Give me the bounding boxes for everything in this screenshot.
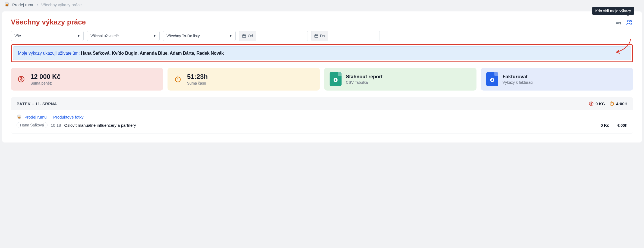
filter-todos-select[interactable]: Všechny To-Do listy ▼: [163, 31, 236, 41]
filter-scope-value: Vše: [14, 34, 21, 38]
breadcrumb-separator: ›: [37, 2, 39, 7]
svg-rect-9: [315, 35, 318, 38]
svg-line-24: [613, 102, 614, 103]
stat-money-label: Suma peněz: [30, 81, 61, 85]
svg-line-17: [180, 77, 181, 77]
filter-todos-value: Všechny To-Do listy: [166, 34, 200, 38]
svg-rect-5: [242, 35, 246, 38]
stat-download-title: Stáhnout report: [346, 74, 383, 80]
stopwatch-icon: [609, 101, 614, 106]
billing-settings-icon[interactable]: [615, 18, 622, 26]
visibility-banner-names: Hana Šafková, Kvído Bugin, Amanda Blue, …: [81, 51, 224, 55]
stat-card-money: 12 000 Kč Suma peněz: [11, 68, 163, 91]
stat-card-invoice[interactable]: Fakturovat Výkazy k fakturaci: [481, 68, 633, 91]
date-from-label: Od: [248, 34, 253, 38]
stat-time-value: 51:23h: [187, 73, 208, 80]
stopwatch-icon: [173, 74, 183, 84]
breadcrumb-project[interactable]: Prodej rumu: [12, 2, 34, 7]
main-card: Všechny výkazy práce Kdo vidí moje výkaz…: [2, 11, 642, 142]
header-actions: Kdo vidí moje výkazy: [615, 18, 633, 26]
entry-user-chip[interactable]: Hana Šafková: [17, 122, 48, 128]
visibility-banner-link[interactable]: Moje výkazy ukazuji uživatelům:: [18, 51, 80, 55]
day-money: 0 Kč: [595, 101, 605, 106]
file-download-icon: [330, 72, 342, 86]
stat-card-download[interactable]: Stáhnout report CSV Tabulka: [324, 68, 476, 91]
svg-point-4: [630, 20, 632, 22]
day-section: Pátek – 11. srpna 0 Kč: [11, 97, 633, 134]
caret-down-icon: ▼: [229, 34, 232, 38]
calendar-icon: [314, 34, 318, 38]
date-to-prefix: Do: [311, 31, 328, 41]
entry-money: 0 Kč: [601, 123, 609, 128]
filter-scope-select[interactable]: Vše ▼: [11, 31, 84, 41]
svg-point-14: [175, 77, 181, 82]
breadcrumb-current: Všechny výkazy práce: [41, 2, 82, 7]
date-to-label: Do: [320, 34, 325, 38]
caret-down-icon: ▼: [77, 34, 80, 38]
stat-time-label: Suma času: [187, 81, 208, 85]
caret-down-icon: ▼: [153, 34, 156, 38]
entry-description: Oslovit manuálně influencery a partnery: [64, 123, 598, 128]
tooltip-who-sees: Kdo vidí moje výkazy: [592, 7, 634, 15]
svg-point-3: [627, 20, 629, 22]
breadcrumb: 🥃 Prodej rumu › Všechny výkazy práce: [0, 0, 644, 9]
stat-invoice-subtitle: Výkazy k fakturaci: [503, 80, 533, 85]
visibility-banner: Moje výkazy ukazuji uživatelům: Hana Šaf…: [13, 46, 631, 60]
stat-invoice-title: Fakturovat: [503, 74, 533, 80]
stats-row: 12 000 Kč Suma peněz 51:23h Suma času: [11, 68, 633, 91]
page-title: Všechny výkazy práce: [11, 18, 86, 26]
entry-project-emoji: 🥃: [17, 114, 22, 119]
time-entry: 🥃 Prodej rumu · Produktové fotky Hana Ša…: [11, 110, 633, 134]
date-to-input[interactable]: [328, 31, 380, 41]
money-icon: [16, 74, 26, 84]
stat-download-subtitle: CSV Tabulka: [346, 80, 383, 85]
stat-money-value: 12 000 Kč: [30, 73, 61, 80]
day-time: 4:00h: [616, 101, 627, 106]
who-sees-reports-icon[interactable]: [626, 18, 633, 26]
day-header: Pátek – 11. srpna 0 Kč: [11, 97, 633, 110]
highlight-annotation: Moje výkazy ukazuji uživatelům: Hana Šaf…: [11, 44, 633, 62]
calendar-icon: [242, 34, 246, 38]
project-emoji: 🥃: [4, 2, 10, 7]
filter-users-value: Všichni uživatelé: [90, 34, 119, 38]
date-from-group: Od: [239, 31, 308, 41]
money-icon: [589, 101, 594, 106]
date-to-group: Do: [311, 31, 380, 41]
file-invoice-icon: [486, 72, 498, 86]
filter-users-select[interactable]: Všichni uživatelé ▼: [87, 31, 160, 41]
date-from-prefix: Od: [239, 31, 256, 41]
day-label: Pátek – 11. srpna: [17, 101, 57, 106]
separator-dot: ·: [49, 115, 50, 119]
entry-task-link[interactable]: Produktové fotky: [53, 115, 84, 119]
entry-time: 4:00h: [617, 123, 627, 128]
filters-row: Vše ▼ Všichni uživatelé ▼ Všechny To-Do …: [11, 31, 633, 41]
entry-timestamp: 10:18: [51, 123, 61, 128]
stat-card-time: 51:23h Suma času: [168, 68, 320, 91]
svg-point-21: [610, 102, 614, 106]
entry-project-link[interactable]: Prodej rumu: [24, 115, 47, 119]
date-from-input[interactable]: [256, 31, 308, 41]
